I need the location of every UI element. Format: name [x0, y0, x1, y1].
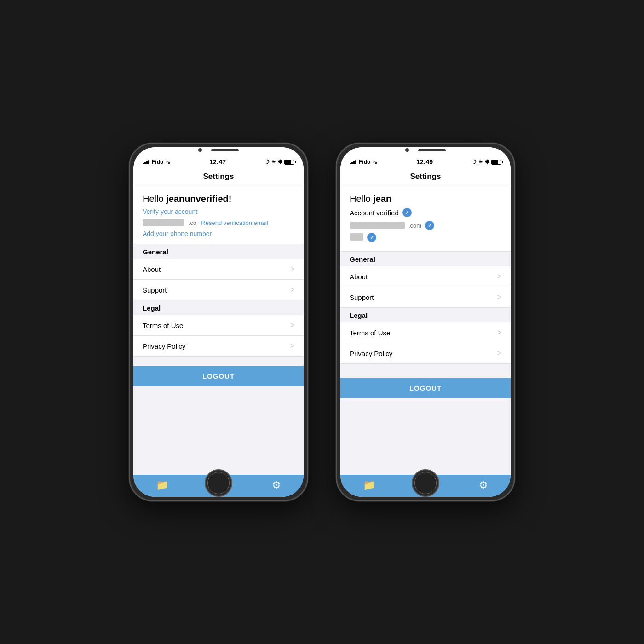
tab-settings-2[interactable]: ⚙: [479, 479, 488, 491]
support-item-2[interactable]: Support >: [340, 287, 511, 308]
privacy-item-1[interactable]: Privacy Policy >: [133, 336, 304, 356]
account-verified-row: Account verified: [350, 208, 501, 217]
bt2-icon-2: ❋: [485, 159, 489, 165]
terms-item-1[interactable]: Terms of Use >: [133, 315, 304, 336]
privacy-item-2[interactable]: Privacy Policy >: [340, 343, 511, 364]
battery-icon-2: [491, 160, 501, 165]
hello-label-1: Hello: [143, 194, 166, 204]
content-1[interactable]: Hello jeanunverified! Verify your accoun…: [133, 186, 304, 475]
moon-icon-2: ☽: [472, 159, 477, 165]
power-button-2: [514, 231, 515, 263]
carrier-label-2: Fido: [359, 159, 370, 165]
volume-up-button: [129, 217, 130, 240]
resend-link-1[interactable]: Resend verification email: [201, 219, 268, 226]
privacy-chevron-2: >: [497, 349, 501, 357]
signal-bars-2: [350, 160, 356, 164]
content-2[interactable]: Hello jean Account verified .com: [340, 186, 511, 475]
terms-label-2: Terms of Use: [350, 329, 390, 337]
about-chevron-1: >: [290, 265, 294, 273]
terms-chevron-1: >: [290, 321, 294, 329]
phone-num-label: [350, 233, 363, 242]
terms-chevron-2: >: [497, 328, 501, 337]
status-right-1: ☽ ✴ ❋: [264, 159, 294, 165]
email-verified-row: .com: [350, 221, 501, 230]
about-item-2[interactable]: About >: [340, 266, 511, 287]
time-2: 12:49: [416, 158, 433, 166]
phone-inner-1: Fido ∿ 12:47 ☽ ✴ ❋ Settings: [133, 147, 304, 497]
section-header-general-1: General: [133, 244, 304, 259]
privacy-label-2: Privacy Policy: [350, 350, 392, 357]
volume-up-button-2: [336, 217, 337, 240]
signal-bar-7: [353, 161, 355, 164]
nav-title-1: Settings: [143, 172, 294, 181]
legal-label-1: Legal: [143, 304, 161, 312]
volume-down-button: [129, 245, 130, 268]
camera-dot-1: [198, 148, 202, 152]
battery-fill-2: [492, 160, 498, 164]
tab-files-2[interactable]: 📁: [363, 479, 375, 491]
logout-button-2[interactable]: LOGOUT: [340, 378, 511, 398]
home-button-area-1: [205, 469, 232, 497]
speaker-grille-1: [211, 149, 239, 151]
logout-button-1[interactable]: LOGOUT: [133, 366, 304, 386]
bt-icon-2: ✴: [478, 159, 483, 165]
phone-inner-2: Fido ∿ 12:49 ☽ ✴ ❋ Settings: [340, 147, 511, 497]
email-domain-label: .com: [408, 222, 421, 229]
support-item-1[interactable]: Support >: [133, 280, 304, 300]
moon-icon-1: ☽: [264, 159, 270, 165]
about-label-1: About: [143, 265, 161, 273]
status-bar-2: Fido ∿ 12:49 ☽ ✴ ❋: [340, 154, 511, 167]
status-right-2: ☽ ✴ ❋: [472, 159, 501, 165]
about-label-2: About: [350, 273, 368, 281]
username-2: jean: [373, 194, 391, 204]
add-phone-link[interactable]: Add your phone number: [143, 230, 294, 237]
terms-label-1: Terms of Use: [143, 322, 183, 329]
nav-bar-2: Settings: [340, 167, 511, 186]
tab-settings-1[interactable]: ⚙: [272, 479, 281, 491]
general-label-1: General: [143, 248, 168, 256]
greeting-text-1: Hello jeanunverified!: [143, 194, 294, 204]
signal-bar-3: [146, 161, 148, 164]
verified-section: Hello jean Account verified .com: [340, 186, 511, 252]
num-blur: [350, 233, 363, 241]
home-button-inner-2: [414, 472, 437, 494]
carrier-label-1: Fido: [152, 159, 163, 165]
home-button-2[interactable]: [412, 469, 439, 497]
camera-area-1: [133, 147, 304, 154]
email-check-badge: [425, 221, 434, 230]
phone-2: Fido ∿ 12:49 ☽ ✴ ❋ Settings: [336, 143, 515, 501]
screen-1: Fido ∿ 12:47 ☽ ✴ ❋ Settings: [133, 147, 304, 497]
verify-account-link[interactable]: Verify your account: [143, 208, 294, 215]
signal-bar-5: [350, 163, 351, 164]
hello-label-2: Hello: [350, 194, 373, 204]
username-1: jeanunverified!: [166, 194, 231, 204]
signal-bar-4: [148, 160, 150, 164]
bt-icon-1: ✴: [271, 159, 276, 165]
phone-body-2: Fido ∿ 12:49 ☽ ✴ ❋ Settings: [336, 143, 515, 501]
greeting-text-2: Hello jean: [350, 194, 501, 204]
camera-area-2: [340, 147, 511, 154]
home-button-area-2: [412, 469, 439, 497]
home-button-1[interactable]: [205, 469, 232, 497]
camera-dot-2: [405, 148, 409, 152]
tab-files-1[interactable]: 📁: [156, 479, 168, 491]
greeting-section-1: Hello jeanunverified! Verify your accoun…: [133, 186, 304, 244]
about-item-1[interactable]: About >: [133, 259, 304, 280]
support-label-2: Support: [350, 293, 374, 301]
signal-bar-1: [143, 163, 144, 164]
email-blur-1: [143, 219, 184, 226]
nav-bar-1: Settings: [133, 167, 304, 186]
bt2-icon-1: ❋: [278, 159, 282, 165]
wifi-icon-2: ∿: [373, 159, 378, 166]
section-header-legal-2: Legal: [340, 308, 511, 322]
support-label-1: Support: [143, 286, 167, 294]
phone-1: Fido ∿ 12:47 ☽ ✴ ❋ Settings: [129, 143, 308, 501]
legal-label-2: Legal: [350, 311, 368, 319]
wifi-icon-1: ∿: [166, 159, 171, 166]
signal-bars-1: [143, 160, 150, 164]
status-left-2: Fido ∿: [350, 159, 378, 166]
support-chevron-2: >: [497, 293, 501, 301]
support-chevron-1: >: [290, 286, 294, 294]
terms-item-2[interactable]: Terms of Use >: [340, 322, 511, 343]
status-left-1: Fido ∿: [143, 159, 171, 166]
